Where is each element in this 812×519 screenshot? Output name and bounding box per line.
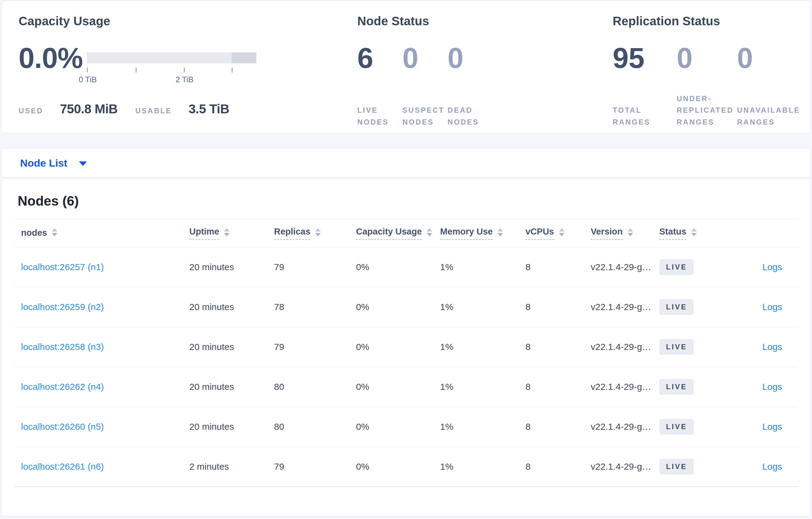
dead-nodes-label: DEAD NODES	[447, 104, 493, 128]
sort-icon	[497, 228, 503, 236]
nodes-heading: Nodes (6)	[14, 179, 798, 209]
used-label: USED	[19, 106, 43, 115]
column-header-version[interactable]: Version	[591, 226, 659, 240]
vcpus-cell: 8	[525, 302, 591, 312]
memory-use-cell: 1%	[440, 422, 525, 432]
memory-use-cell: 1%	[440, 381, 525, 392]
nodes-table-panel: Nodes (6) nodes Uptime Replicas Capacity…	[2, 179, 810, 516]
column-header-replicas[interactable]: Replicas	[274, 226, 356, 240]
replicas-cell: 80	[274, 381, 356, 392]
logs-link[interactable]: Logs	[762, 262, 782, 272]
uptime-cell: 20 minutes	[189, 262, 274, 272]
axis-tick	[184, 68, 185, 72]
replication-status-section: Replication Status 95 TOTAL RANGES 0 UND…	[613, 1, 810, 133]
capacity-usage-section: Capacity Usage 0.0% 0 TiB 2 TiB USED 750…	[19, 1, 357, 133]
live-nodes-count: 6	[357, 43, 402, 78]
capacity-usage-cell: 0%	[356, 381, 440, 392]
version-cell: v22.1.4-29-g…	[591, 262, 659, 272]
live-nodes-stat: 6 LIVE NODES	[357, 43, 402, 128]
uptime-cell: 20 minutes	[189, 302, 274, 312]
status-badge: LIVE	[659, 459, 694, 475]
vcpus-cell: 8	[525, 381, 591, 392]
sort-icon	[559, 228, 564, 236]
logs-link[interactable]: Logs	[762, 302, 782, 312]
caret-down-icon	[79, 161, 87, 166]
table-header-row: nodes Uptime Replicas Capacity Usage Mem…	[14, 219, 798, 247]
node-link[interactable]: localhost:26260 (n5)	[21, 422, 104, 432]
replicas-cell: 79	[274, 262, 356, 272]
node-link[interactable]: localhost:26259 (n2)	[21, 302, 104, 312]
sort-icon	[315, 228, 321, 236]
capacity-usage-cell: 0%	[356, 422, 440, 432]
node-link[interactable]: localhost:26257 (n1)	[21, 262, 104, 272]
total-ranges-label: TOTAL RANGES	[613, 104, 677, 128]
vcpus-cell: 8	[525, 262, 591, 272]
capacity-usage-title: Capacity Usage	[19, 14, 357, 28]
vcpus-cell: 8	[525, 461, 591, 472]
column-header-status[interactable]: Status	[659, 226, 735, 240]
cluster-overview-panel: Capacity Usage 0.0% 0 TiB 2 TiB USED 750…	[2, 1, 810, 133]
uptime-cell: 20 minutes	[189, 381, 274, 392]
axis-tick	[232, 68, 233, 72]
version-cell: v22.1.4-29-g…	[591, 422, 659, 432]
capacity-usage-cell: 0%	[356, 461, 440, 472]
status-badge: LIVE	[659, 419, 694, 435]
under-replicated-ranges-stat: 0 UNDER-REPLICATED RANGES	[677, 43, 737, 128]
axis-tick	[136, 68, 137, 72]
table-row: localhost:26260 (n5) 20 minutes 80 0% 1%…	[14, 407, 798, 447]
nodes-table: nodes Uptime Replicas Capacity Usage Mem…	[14, 219, 798, 487]
node-list-dropdown-label: Node List	[20, 157, 67, 169]
capacity-used-percent: 0.0%	[19, 44, 70, 72]
unavailable-ranges-label: UNAVAILABLE RANGES	[737, 104, 810, 128]
axis-tick-label: 2 TiB	[176, 75, 194, 84]
unavailable-ranges-count: 0	[737, 43, 810, 78]
node-link[interactable]: localhost:26262 (n4)	[21, 381, 104, 392]
uptime-cell: 20 minutes	[189, 342, 274, 352]
capacity-usage-cell: 0%	[356, 302, 440, 312]
unavailable-ranges-stat: 0 UNAVAILABLE RANGES	[737, 43, 810, 128]
version-cell: v22.1.4-29-g…	[591, 342, 659, 352]
node-status-title: Node Status	[357, 14, 613, 28]
live-nodes-label: LIVE NODES	[357, 104, 402, 128]
node-link[interactable]: localhost:26258 (n3)	[21, 342, 104, 352]
capacity-bar-end-segment	[232, 52, 256, 63]
replicas-cell: 80	[274, 422, 356, 432]
sort-icon	[427, 228, 432, 236]
axis-tick-label: 0 TiB	[79, 75, 97, 84]
suspect-nodes-count: 0	[402, 43, 447, 78]
used-value: 750.8 MiB	[60, 102, 118, 116]
column-header-nodes[interactable]: nodes	[14, 228, 189, 239]
vcpus-cell: 8	[525, 422, 591, 432]
usable-label: USABLE	[135, 106, 172, 115]
logs-link[interactable]: Logs	[762, 461, 782, 471]
column-header-vcpus[interactable]: vCPUs	[525, 226, 591, 240]
replicas-cell: 78	[274, 302, 356, 312]
total-ranges-stat: 95 TOTAL RANGES	[613, 43, 677, 128]
node-link[interactable]: localhost:26261 (n6)	[21, 461, 104, 471]
column-header-memory-use[interactable]: Memory Use	[440, 226, 525, 240]
table-row: localhost:26262 (n4) 20 minutes 80 0% 1%…	[14, 367, 798, 407]
version-cell: v22.1.4-29-g…	[591, 302, 659, 312]
dead-nodes-count: 0	[447, 43, 493, 78]
status-badge: LIVE	[659, 339, 694, 355]
sort-icon	[52, 228, 57, 236]
logs-link[interactable]: Logs	[762, 422, 782, 432]
replicas-cell: 79	[274, 342, 356, 352]
node-list-dropdown[interactable]: Node List	[20, 157, 87, 169]
suspect-nodes-label: SUSPECT NODES	[402, 104, 447, 128]
memory-use-cell: 1%	[440, 302, 525, 312]
total-ranges-count: 95	[613, 43, 677, 78]
uptime-cell: 2 minutes	[189, 461, 274, 472]
column-header-uptime[interactable]: Uptime	[189, 226, 274, 240]
sort-icon	[691, 228, 697, 236]
version-cell: v22.1.4-29-g…	[591, 381, 659, 392]
column-header-capacity-usage[interactable]: Capacity Usage	[356, 226, 440, 240]
axis-tick	[87, 68, 88, 72]
memory-use-cell: 1%	[440, 461, 525, 472]
logs-link[interactable]: Logs	[762, 381, 782, 392]
logs-link[interactable]: Logs	[762, 342, 782, 352]
capacity-usage-bar: 0 TiB 2 TiB	[87, 46, 256, 83]
memory-use-cell: 1%	[440, 342, 525, 352]
table-row: localhost:26257 (n1) 20 minutes 79 0% 1%…	[14, 247, 798, 287]
capacity-bar-track	[87, 52, 256, 63]
